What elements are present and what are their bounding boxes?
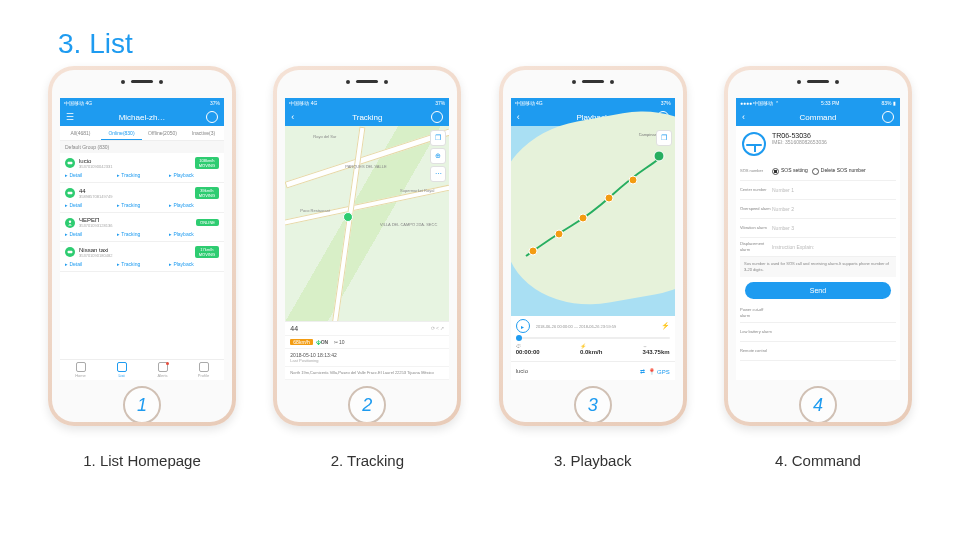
svg-point-4 — [529, 247, 537, 255]
device-imei: 353701093128136 — [79, 223, 112, 228]
settings-icon[interactable] — [431, 111, 443, 123]
map-label: VILLA DEL CAMPO 2DA. SECC — [380, 222, 437, 227]
action-tracking[interactable]: ▸ Tracking — [117, 261, 167, 267]
phone-number: 1 — [137, 395, 147, 416]
status-bar: 中国移动 4G37% — [511, 98, 675, 108]
tab-online[interactable]: Online(830) — [101, 126, 142, 140]
phone-1: 中国移动 4G37% ☰ Michael-zh… All(4681) Onlin… — [48, 66, 236, 469]
back-icon[interactable]: ‹ — [742, 112, 745, 122]
status-badge: 17km/hMOVING — [195, 246, 219, 258]
action-detail[interactable]: ▸ Detail — [65, 172, 115, 178]
playback-panel: ▸ 2018-06-26 00:00:00 — 2018-06-26 23:59… — [511, 316, 675, 358]
menu-icon[interactable]: ☰ — [66, 112, 74, 122]
device-card[interactable]: ЧЕРЕП353701093128136ONLINE▸ Detail▸ Trac… — [60, 213, 224, 242]
tab-all[interactable]: All(4681) — [60, 126, 101, 140]
tab-home[interactable]: Home — [60, 360, 101, 380]
device-name: TR06-53036 — [772, 132, 827, 139]
status-badge: ONLINE — [196, 219, 219, 226]
header-title: Michael-zh… — [119, 113, 166, 122]
map-view[interactable]: Rayo del Sur PARQUES DEL VALLE Poco Rest… — [285, 126, 449, 332]
status-badge: 39km/hMOVING — [195, 187, 219, 199]
more-button[interactable]: ⋯ — [430, 166, 446, 182]
action-playback[interactable]: ▸ Playback — [169, 261, 219, 267]
app-header: ‹ Tracking — [285, 108, 449, 126]
address: North 19m,Carnicería Villa,Paseo del Val… — [285, 367, 449, 380]
tab-alerts[interactable]: Alerts — [142, 360, 183, 380]
playback-map[interactable]: Campinas ❐ — [511, 126, 675, 330]
action-playback[interactable]: ▸ Playback — [169, 202, 219, 208]
tab-inactive[interactable]: Inactive(3) — [183, 126, 224, 140]
back-icon[interactable]: ‹ — [517, 112, 520, 122]
home-button[interactable]: 4 — [799, 386, 837, 422]
tab-offline[interactable]: Offline(2050) — [142, 126, 183, 140]
action-playback[interactable]: ▸ Playback — [169, 231, 219, 237]
playback-bottombar: lucio ⇄ 📍 GPS — [511, 361, 675, 380]
device-card[interactable]: 4435898570814974939km/hMOVING▸ Detail▸ T… — [60, 183, 224, 213]
device-imei: 358985708149749 — [79, 194, 112, 199]
tab-list[interactable]: List — [101, 360, 142, 380]
car-icon — [65, 158, 75, 168]
status-bar: ●●●● 中国移动 ⌃5:33 PM83% ▮ — [736, 98, 900, 108]
header-title: Tracking — [352, 113, 382, 122]
form-row[interactable]: Remote control — [740, 342, 896, 361]
speed-button[interactable]: ⚡ — [661, 322, 670, 330]
play-button[interactable]: ▸ — [516, 319, 530, 333]
action-tracking[interactable]: ▸ Tracking — [117, 231, 167, 237]
action-detail[interactable]: ▸ Detail — [65, 261, 115, 267]
layers-button[interactable]: ❐ — [656, 130, 672, 146]
home-button[interactable]: 2 — [348, 386, 386, 422]
form-row[interactable]: Low battery alarm — [740, 323, 896, 342]
send-button[interactable]: Send — [745, 282, 891, 299]
app-header: ☰ Michael-zh… — [60, 108, 224, 126]
status-badge: 108km/hMOVING — [195, 157, 219, 169]
device-card[interactable]: lucio353701090042331108km/hMOVING▸ Detai… — [60, 153, 224, 183]
device-card[interactable]: Nissan taxi35370109018048217km/hMOVING▸ … — [60, 242, 224, 272]
svg-rect-0 — [68, 162, 73, 164]
action-playback[interactable]: ▸ Playback — [169, 172, 219, 178]
home-button[interactable]: 1 — [123, 386, 161, 422]
back-icon[interactable]: ‹ — [291, 112, 294, 122]
home-button[interactable]: 3 — [574, 386, 612, 422]
screen-command: ●●●● 中国移动 ⌃5:33 PM83% ▮ ‹ Command TR06-5… — [736, 98, 900, 380]
layers-button[interactable]: ❐ — [430, 130, 446, 146]
status-tabs: All(4681) Online(830) Offline(2050) Inac… — [60, 126, 224, 141]
person-icon — [65, 218, 75, 228]
mode-switch[interactable]: ⇄ 📍 GPS — [640, 368, 670, 375]
steering-wheel-icon — [742, 132, 766, 156]
phone-3: 中国移动 4G37% ‹ Playback Campinas ❐ — [499, 66, 687, 469]
speed-tag: 68km/h — [290, 339, 312, 345]
form-row[interactable]: Center numberNumber 1 — [740, 181, 896, 200]
car-icon — [65, 188, 75, 198]
route-line — [511, 126, 675, 330]
history-icon[interactable] — [882, 111, 894, 123]
progress-slider[interactable] — [516, 337, 670, 339]
action-detail[interactable]: ▸ Detail — [65, 202, 115, 208]
tab-profile[interactable]: Profile — [183, 360, 224, 380]
form-row[interactable]: Vibration alarmNumber 3 — [740, 219, 896, 238]
caption-3: 3. Playback — [554, 452, 632, 469]
form-row[interactable]: Displacement alarmInstruction Explain: — [740, 238, 896, 257]
form-row[interactable]: Power cut-off alarm — [740, 304, 896, 323]
locate-button[interactable]: ⊕ — [430, 148, 446, 164]
svg-point-5 — [555, 230, 563, 238]
svg-point-6 — [579, 214, 587, 222]
action-tracking[interactable]: ▸ Tracking — [117, 202, 167, 208]
action-detail[interactable]: ▸ Detail — [65, 231, 115, 237]
action-tracking[interactable]: ▸ Tracking — [117, 172, 167, 178]
screen-playback: 中国移动 4G37% ‹ Playback Campinas ❐ — [511, 98, 675, 380]
form-row[interactable]: SOS numberSOS setting Delete SOS number — [740, 162, 896, 181]
caption-4: 4. Command — [775, 452, 861, 469]
panel-actions[interactable]: ⟳ < ↗ — [431, 325, 445, 331]
group-header[interactable]: Default Group (830) — [60, 141, 224, 153]
form-row[interactable]: Overspeed alarmNumber 2 — [740, 200, 896, 219]
add-icon[interactable] — [206, 111, 218, 123]
map-label: Supermarket Royal — [400, 188, 434, 193]
caption-2: 2. Tracking — [331, 452, 404, 469]
device-name: lucio — [516, 368, 528, 374]
device-imei: 353701090180482 — [79, 253, 112, 258]
caption-1: 1. List Homepage — [83, 452, 201, 469]
screen-tracking: 中国移动 4G37% ‹ Tracking Rayo del Sur PARQU… — [285, 98, 449, 380]
svg-point-2 — [69, 220, 71, 222]
command-form: SOS numberSOS setting Delete SOS numberC… — [736, 162, 900, 361]
help-text: Sos number is used for SOS call and rece… — [740, 257, 896, 277]
